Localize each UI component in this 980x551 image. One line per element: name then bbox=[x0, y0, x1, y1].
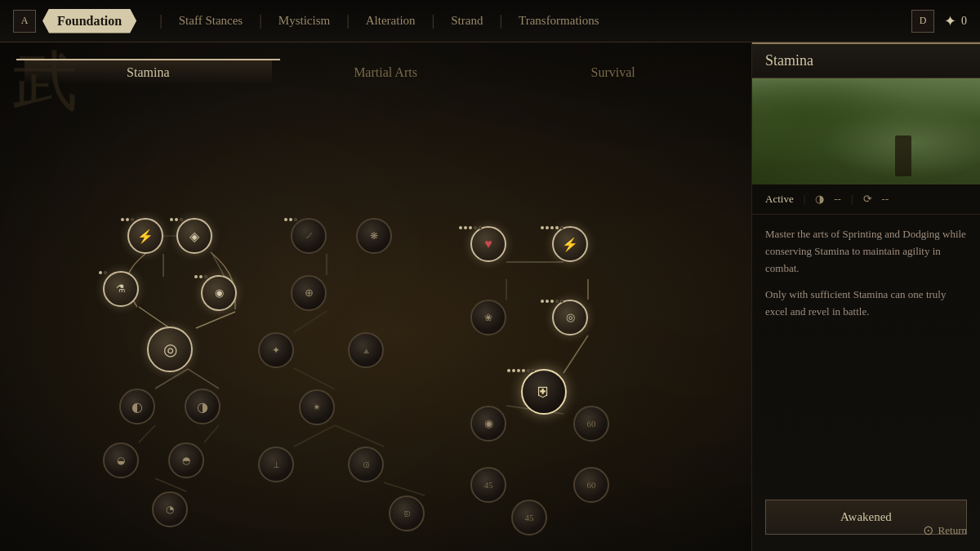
nav-divider-3: | bbox=[346, 12, 350, 29]
nav-right-button[interactable]: D bbox=[911, 10, 934, 33]
return-icon: ⊙ bbox=[923, 522, 933, 538]
nav-divider-5: | bbox=[499, 12, 502, 29]
svg-line-14 bbox=[335, 425, 384, 447]
top-navigation: A Foundation | Staff Stances | Mysticism… bbox=[0, 0, 980, 42]
tab-foundation[interactable]: Foundation bbox=[42, 9, 136, 33]
tab-mysticism[interactable]: Mysticism bbox=[272, 11, 336, 31]
svg-line-2 bbox=[139, 307, 170, 328]
panel-title: Stamina bbox=[752, 42, 980, 78]
svg-line-19 bbox=[564, 335, 588, 373]
tab-transformations[interactable]: Transformations bbox=[512, 11, 606, 31]
nav-right-area: D ✦ 0 bbox=[911, 10, 967, 33]
section-header-martial-arts[interactable]: Martial Arts bbox=[272, 65, 500, 85]
panel-status-bar: Active | ◑ -- | ⟳ -- bbox=[752, 184, 980, 215]
section-header-stamina[interactable]: Stamina bbox=[24, 59, 272, 85]
section-headers: Stamina Martial Arts Survival bbox=[24, 59, 727, 85]
main-content: Stamina Martial Arts Survival bbox=[0, 42, 980, 551]
currency-icon: ✦ bbox=[944, 12, 956, 30]
nav-divider-4: | bbox=[432, 12, 435, 29]
currency-value: 0 bbox=[961, 15, 967, 28]
svg-line-15 bbox=[384, 482, 425, 495]
status-icon-1: ◑ bbox=[815, 193, 824, 206]
nav-divider-2: | bbox=[259, 12, 262, 29]
section-header-survival[interactable]: Survival bbox=[499, 65, 727, 85]
status-active-label: Active bbox=[765, 193, 794, 206]
svg-line-12 bbox=[294, 368, 335, 389]
currency-display: ✦ 0 bbox=[944, 12, 967, 30]
tab-staff-stances[interactable]: Staff Stances bbox=[172, 11, 249, 31]
svg-line-7 bbox=[139, 425, 155, 442]
skill-tree-area: Stamina Martial Arts Survival bbox=[0, 42, 751, 551]
panel-description-1: Master the arts of Sprinting and Dodging… bbox=[765, 226, 967, 277]
skill-nodes-container: ⚡ ◈ ⚗ bbox=[24, 101, 727, 526]
tab-strand[interactable]: Strand bbox=[444, 11, 489, 31]
status-divider-2: | bbox=[851, 193, 853, 206]
panel-image-bg bbox=[752, 78, 980, 184]
status-val-2: -- bbox=[882, 193, 889, 206]
nav-left-button[interactable]: A bbox=[13, 10, 36, 33]
panel-description-2: Only with sufficient Stamina can one tru… bbox=[765, 287, 967, 321]
svg-line-1 bbox=[212, 254, 225, 277]
status-divider-1: | bbox=[804, 193, 806, 206]
right-panel: Stamina Active | ◑ -- | ⟳ -- Master the … bbox=[751, 42, 980, 551]
svg-line-3 bbox=[196, 312, 235, 328]
panel-image bbox=[752, 78, 980, 184]
panel-description: Master the arts of Sprinting and Dodging… bbox=[752, 215, 980, 491]
status-icon-2: ⟳ bbox=[863, 193, 872, 206]
panel-image-figure bbox=[895, 136, 911, 176]
svg-line-11 bbox=[294, 311, 327, 332]
status-val-1: -- bbox=[834, 193, 841, 206]
svg-line-9 bbox=[155, 478, 186, 491]
return-label: Return bbox=[938, 524, 967, 537]
svg-line-8 bbox=[204, 425, 219, 442]
tab-alteration[interactable]: Alteration bbox=[359, 11, 422, 31]
svg-line-13 bbox=[294, 425, 335, 447]
return-button[interactable]: ⊙ Return bbox=[923, 522, 967, 538]
svg-line-6 bbox=[188, 369, 219, 389]
nav-divider-1: | bbox=[159, 12, 163, 29]
